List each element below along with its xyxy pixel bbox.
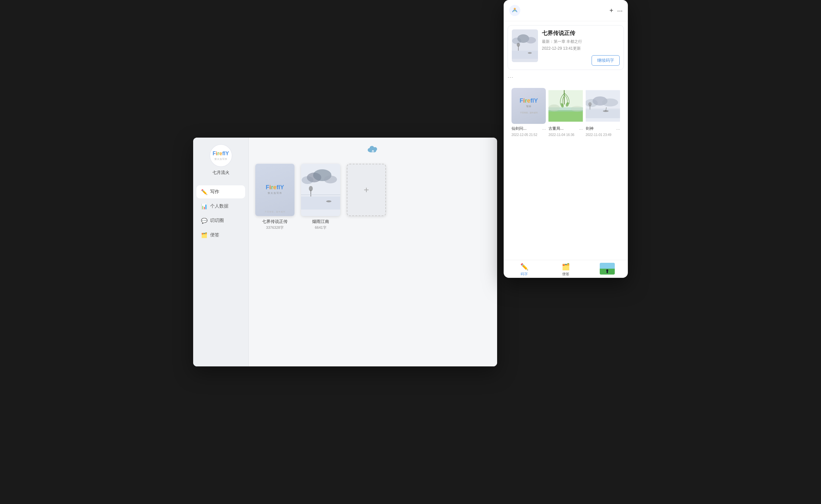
recent-date-xianjian: 2022-12-05 21:52 <box>511 133 546 137</box>
mobile-nav-notes[interactable]: 🗂️ 便签 <box>545 263 587 277</box>
sidebar-item-write-label: 写作 <box>210 189 219 195</box>
mobile-nav-notes-label: 便签 <box>562 272 569 277</box>
notes-nav-icon: 🗂️ <box>562 263 570 271</box>
spacer <box>504 137 628 260</box>
svg-point-31 <box>602 98 618 107</box>
mobile-nav-write-label: 码字 <box>521 272 528 277</box>
recent-title-gudong: 古董局... <box>548 126 563 131</box>
mobile-app: + ··· 七界传说正传 最新：第一章 丰都之行 <box>504 0 628 278</box>
book-title-add: - <box>366 219 367 224</box>
write-icon: ✏️ <box>201 189 208 195</box>
recent-more-gudong[interactable]: ··· <box>579 126 583 132</box>
svg-point-26 <box>548 105 560 111</box>
sidebar-navigation: ✏️ 写作 📊 个人数据 💬 叨叨圈 🗂️ 便签 <box>193 185 248 243</box>
recent-cover-gudong <box>548 88 583 124</box>
book-title-qijie: 七界传说正传 <box>262 219 288 225</box>
svg-rect-5 <box>301 196 340 210</box>
recent-book-gudong[interactable]: 古董局... ··· 2022-11-04 16:36 <box>548 88 583 137</box>
svg-rect-16 <box>512 51 538 59</box>
recent-cover-jianshen <box>586 88 620 124</box>
mobile-logo-area <box>509 5 521 16</box>
personal-icon: 📊 <box>201 203 208 210</box>
featured-book-card[interactable]: 七界传说正传 最新：第一章 丰都之行 2022-12-29 13:41更新 继续… <box>508 25 624 70</box>
username: 七月流火 <box>212 170 229 176</box>
desktop-app: FireflY 萤火虫写作 七月流火 ✏️ 写作 📊 个人数据 💬 叨叨圈 🗂️… <box>193 138 497 366</box>
recent-book-jianshen[interactable]: 剑神 ··· 2022-11-01 23:49 <box>586 88 620 137</box>
recent-book-jianshen-header: 剑神 ··· <box>586 126 620 132</box>
sidebar-item-notes[interactable]: 🗂️ 便签 <box>196 228 245 242</box>
write-nav-icon: ✏️ <box>520 263 528 271</box>
book-count-yanyu: 6641字 <box>315 225 326 230</box>
featured-book-cover <box>512 29 538 62</box>
svg-point-4 <box>324 176 337 183</box>
book-card-add[interactable]: + - <box>347 164 386 230</box>
avatar-sub: 萤火虫写作 <box>214 158 227 161</box>
book-title-yanyu: 烟雨江南 <box>312 219 329 225</box>
sidebar: FireflY 萤火虫写作 七月流火 ✏️ 写作 📊 个人数据 💬 叨叨圈 🗂️… <box>193 138 249 366</box>
avatar-brand: FireflY <box>213 151 229 157</box>
svg-point-36 <box>588 102 592 106</box>
sidebar-item-notes-label: 便签 <box>210 232 219 238</box>
svg-rect-32 <box>586 109 620 118</box>
featured-latest-chapter: 最新：第一章 丰都之行 <box>542 39 620 44</box>
book-card-yanyu[interactable]: 烟雨江南 6641字 <box>301 164 340 230</box>
svg-point-15 <box>526 37 536 43</box>
sidebar-item-circle-label: 叨叨圈 <box>210 218 224 224</box>
book-count-qijie: 3376328字 <box>266 225 284 230</box>
recent-date-jianshen: 2022-11-01 23:49 <box>586 133 620 137</box>
recent-title-jianshen: 剑神 <box>586 126 594 131</box>
sidebar-item-circle[interactable]: 💬 叨叨圈 <box>196 214 245 227</box>
sidebar-item-personal[interactable]: 📊 个人数据 <box>196 200 245 213</box>
book-cover-qijie: FireflY 萤火虫写作 千言有恒，版年成书 <box>255 164 294 216</box>
notes-icon: 🗂️ <box>201 232 208 238</box>
featured-card-footer: ··· <box>504 74 628 83</box>
svg-point-6 <box>326 200 331 202</box>
sidebar-item-personal-label: 个人数据 <box>210 203 228 209</box>
mobile-bottom-nav: ✏️ 码字 🗂️ 便签 <box>504 260 628 278</box>
recent-book-xianjian[interactable]: FireflY 写作 千言有恒，版年成书 仙剑问... ··· 2022-12-… <box>511 88 546 137</box>
continue-writing-button[interactable]: 继续码字 <box>592 55 620 66</box>
svg-rect-21 <box>548 110 583 122</box>
featured-update-date: 2022-12-29 13:41更新 <box>542 46 620 51</box>
mobile-nav-discover[interactable] <box>586 263 628 277</box>
more-menu-button[interactable]: ··· <box>617 7 623 14</box>
recent-book-xianjian-header: 仙剑问... ··· <box>511 126 546 132</box>
svg-point-11 <box>514 8 516 10</box>
svg-point-8 <box>309 186 313 191</box>
recent-date-gudong: 2022-11-04 16:36 <box>548 133 583 137</box>
add-book-icon: + <box>364 185 369 195</box>
mobile-nav-write[interactable]: ✏️ 码字 <box>504 263 545 277</box>
svg-point-17 <box>528 52 532 54</box>
svg-point-27 <box>571 106 583 112</box>
mobile-app-logo <box>509 5 521 16</box>
featured-book-info: 七界传说正传 最新：第一章 丰都之行 2022-12-29 13:41更新 继续… <box>542 29 620 66</box>
sidebar-item-write[interactable]: ✏️ 写作 <box>196 185 245 198</box>
main-content: FireflY 萤火虫写作 千言有恒，版年成书 七界传说正传 3376328字 <box>249 138 497 366</box>
circle-icon: 💬 <box>201 217 208 224</box>
recent-books-section: FireflY 写作 千言有恒，版年成书 仙剑问... ··· 2022-12-… <box>504 87 628 137</box>
recent-cover-xianjian: FireflY 写作 千言有恒，版年成书 <box>511 88 546 124</box>
mobile-header-actions: + ··· <box>610 7 623 14</box>
avatar[interactable]: FireflY 萤火虫写作 <box>209 144 232 167</box>
recent-more-xianjian[interactable]: ··· <box>542 126 546 132</box>
recent-books-list: FireflY 写作 千言有恒，版年成书 仙剑问... ··· 2022-12-… <box>508 88 624 137</box>
book-cover-yanyu <box>301 164 340 216</box>
cloud-header <box>255 144 491 156</box>
featured-more-menu[interactable]: ··· <box>508 74 513 80</box>
user-profile: FireflY 萤火虫写作 七月流火 <box>209 144 232 176</box>
book-card-qijie[interactable]: FireflY 萤火虫写作 千言有恒，版年成书 七界传说正传 3376328字 <box>255 164 294 230</box>
cloud-sync-icon[interactable] <box>367 144 379 156</box>
featured-book-title: 七界传说正传 <box>542 29 620 37</box>
books-grid: FireflY 萤火虫写作 千言有恒，版年成书 七界传说正传 3376328字 <box>255 164 491 230</box>
recent-book-gudong-header: 古董局... ··· <box>548 126 583 132</box>
recent-title-xianjian: 仙剑问... <box>511 126 527 131</box>
svg-point-19 <box>517 43 520 47</box>
recent-more-jianshen[interactable]: ··· <box>616 126 620 132</box>
add-button[interactable]: + <box>610 7 613 14</box>
book-cover-add: + <box>347 164 386 216</box>
mobile-header: + ··· <box>504 0 628 21</box>
